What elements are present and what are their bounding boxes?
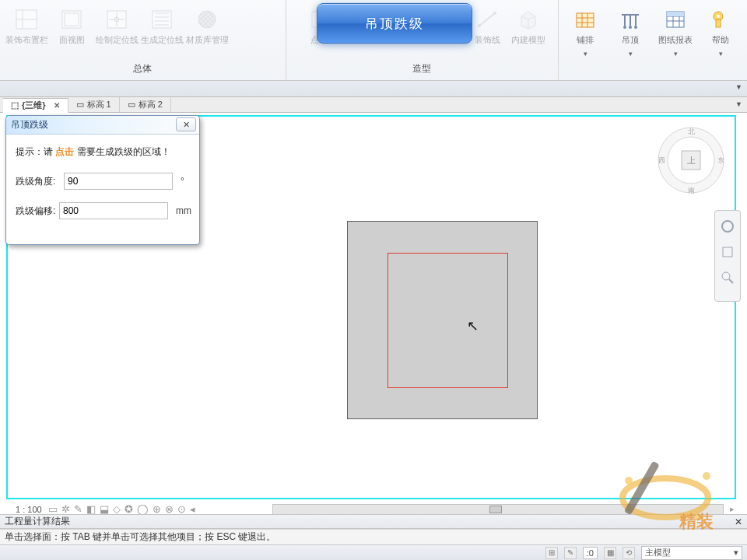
vb-icon[interactable]: ◇ [113,503,121,515]
svg-text:东: 东 [717,156,724,164]
ribbon-tools-right: 铺排 吊顶 图纸报表 帮助 [559,0,747,61]
tool-gen-posline[interactable]: 生成定位线 [140,4,184,49]
vb-icon[interactable]: ⊙ [177,503,186,515]
tool-material-lib[interactable]: 材质库管理 [185,4,229,49]
svg-text:北: 北 [688,128,695,135]
status-bar-bottom: ⊞ ✎ :0 ▦ ⟲ 主模型▾ [0,544,747,560]
tab-level2-label: 标高 2 [139,99,163,110]
scale-label[interactable]: 1 : 100 [16,505,42,514]
offset-row: 跌级偏移: mm [16,202,191,219]
ceiling-icon [617,7,644,32]
paving-icon [572,7,598,32]
tool-ceiling[interactable]: 吊顶 [608,4,652,61]
vb-icon[interactable]: ✪ [124,503,133,515]
model-selector[interactable]: 主模型▾ [641,546,742,560]
vb-icon[interactable]: ◂ [190,503,195,515]
vb-icon[interactable]: ⊗ [165,503,174,515]
dialog-hint: 提示：请 点击 需要生成跌级的区域！ [16,145,191,159]
tool-report[interactable]: 图纸报表 [654,4,697,61]
svg-text:南: 南 [688,187,695,194]
vb-icon[interactable]: ◧ [86,503,96,515]
tool-paving[interactable]: 铺排 [563,4,607,61]
svg-text:上: 上 [687,156,696,165]
minibar-menu-icon[interactable]: ▼ [735,83,742,91]
tab-3d-label: {三维} [22,100,46,111]
sheet-icon: ▭ [76,100,84,110]
tab-level1-label: 标高 1 [87,99,111,110]
tool-builtin-model[interactable]: 内建模型 [507,4,550,49]
chevron-down-icon: ▾ [734,548,738,558]
scrollbar-thumb[interactable] [489,506,502,513]
panel2-label: 造型 [286,58,558,80]
genline-icon [149,7,175,32]
tab-3d[interactable]: ⬚ {三维} ✕ [3,98,68,113]
view-tabs: ⬚ {三维} ✕ ▭ 标高 1 ▭ 标高 2 ▼ [0,97,747,113]
angle-row: 跌级角度: ° [16,173,191,190]
vb-icon[interactable]: ✲ [61,503,70,515]
svg-rect-36 [723,247,732,257]
svg-text:西: 西 [658,156,665,164]
tool-help[interactable]: 帮助 [699,4,742,61]
svg-rect-25 [716,19,721,27]
vb-end-icon[interactable]: ▸ [730,504,735,514]
tab-close-icon[interactable]: ✕ [54,101,60,110]
sb-count: :0 [583,547,598,559]
sb-icon[interactable]: ⊞ [545,547,558,559]
tool-decorline[interactable]: 装饰线 [469,4,505,49]
tool-decor-layout[interactable]: 装饰布置栏 [5,4,48,49]
angle-input[interactable] [64,173,173,190]
ribbon-panel-overall: 装饰布置栏 面视图 绘制定位线 生成定位线 材质库管理 总体 [0,0,286,80]
mini-bar: ▼ [0,81,747,97]
help-icon [707,7,734,32]
dialog-close-button[interactable]: ✕ [176,117,196,131]
status-text: 单击选择面：按 TAB 键并单击可选择其他项目；按 ESC 键退出。 [5,530,275,544]
selection-rectangle[interactable] [388,253,508,388]
offset-label: 跌级偏移: [16,205,59,218]
sb-icon[interactable]: ⟲ [622,547,635,559]
nav-toolbar [714,210,741,302]
svg-point-37 [722,272,730,280]
offset-unit: mm [176,205,191,216]
cube-icon: ⬚ [11,100,19,110]
tool-draw-posline[interactable]: 绘制定位线 [95,4,139,49]
vb-icon[interactable]: ⊕ [153,503,161,515]
vb-icon[interactable]: ⬓ [100,503,109,515]
results-close-icon[interactable]: ✕ [735,516,742,527]
vb-icon[interactable]: ▭ [48,503,58,515]
view-cube[interactable]: 上 北 南 西 东 [654,123,728,198]
offset-input[interactable] [59,202,168,219]
svg-rect-18 [577,13,594,27]
sb-icon[interactable]: ▦ [604,547,616,559]
stepdown-dialog: 吊顶跌级 ✕ 提示：请 点击 需要生成跌级的区域！ 跌级角度: ° 跌级偏移: … [5,115,200,245]
svg-point-21 [634,26,637,29]
svg-point-20 [629,26,632,29]
report-icon [662,7,689,32]
zoom-icon[interactable] [720,270,735,288]
hand-icon[interactable] [720,244,735,262]
ribbon-tools-overall: 装饰布置栏 面视图 绘制定位线 生成定位线 材质库管理 [0,0,286,58]
orbit-icon[interactable] [720,219,735,236]
tool-face-view[interactable]: 面视图 [50,4,93,49]
ribbon-panel-right: 铺排 吊顶 图纸报表 帮助 [559,0,747,80]
tab-level2[interactable]: ▭ 标高 2 [120,97,171,112]
viewbar-icons: ▭ ✲ ✎ ◧ ⬓ ◇ ✪ ◯ ⊕ ⊗ ⊙ ◂ [48,503,195,515]
dialog-title-text: 吊顶跌级 [11,118,48,131]
drawline-icon [103,7,130,32]
dialog-titlebar[interactable]: 吊顶跌级 ✕ [6,116,199,135]
panel1-label: 总体 [0,58,286,80]
angle-unit: ° [181,176,184,187]
sheet-icon: ▭ [128,100,135,110]
angle-label: 跌级角度: [16,175,64,188]
vb-icon[interactable]: ✎ [74,503,82,515]
svg-point-26 [717,15,720,18]
sb-icon[interactable]: ✎ [564,547,577,559]
model-selector-label: 主模型 [645,547,671,558]
svg-line-38 [729,279,733,283]
vb-icon[interactable]: ◯ [137,503,149,515]
tab-level1[interactable]: ▭ 标高 1 [68,97,120,112]
svg-point-42 [703,472,710,480]
active-command-banner[interactable]: 吊顶跌级 [317,3,472,44]
tabs-menu-icon[interactable]: ▼ [735,100,742,108]
model-icon [515,7,542,32]
dialog-body: 提示：请 点击 需要生成跌级的区域！ 跌级角度: ° 跌级偏移: mm [6,135,199,244]
